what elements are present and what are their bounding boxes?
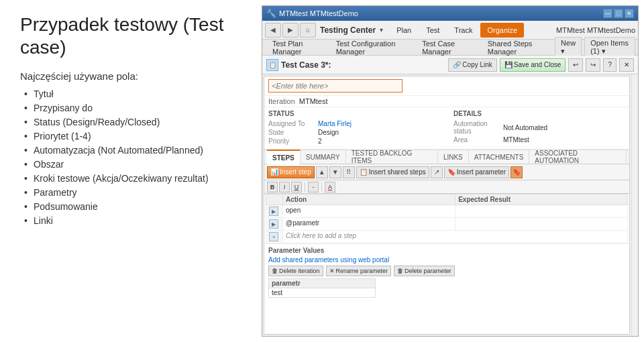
title-bar: 🔧 MTMtest MTMtestDemo — □ ✕ <box>262 6 638 21</box>
param-col-header: parametr <box>269 279 376 288</box>
insert-shared-steps-button[interactable]: 📋 Insert shared steps <box>356 166 429 178</box>
tab-shared-steps-manager[interactable]: Shared Steps Manager <box>480 41 554 54</box>
tab-steps[interactable]: STEPS <box>267 150 301 164</box>
italic-button[interactable]: I <box>279 182 290 192</box>
details-col: DETAILS Automation status Not Automated … <box>453 110 625 146</box>
add-step-row[interactable]: + Click here to add a step <box>266 231 628 243</box>
params-link[interactable]: Add shared parameters using web portal <box>268 256 625 264</box>
param-value[interactable]: test <box>269 288 376 298</box>
nav-tabs: Plan Test Track Organize <box>390 23 524 38</box>
delete-parameter-button[interactable]: 🗑 Delete parameter <box>394 266 455 276</box>
bold-button[interactable]: B <box>267 182 278 192</box>
window-close-button[interactable]: ✕ <box>625 9 634 18</box>
insert-shared-icon: 📋 <box>360 168 368 176</box>
insert-param-icon: 🔖 <box>447 168 455 176</box>
priority-row: Priority 2 <box>268 137 440 145</box>
insert-shared-label: Insert shared steps <box>369 168 426 176</box>
step-expected-1[interactable] <box>455 205 628 218</box>
drag-icon: ⠿ <box>343 166 355 178</box>
font-color-button[interactable]: A <box>325 182 335 192</box>
title-bar-controls: — □ ✕ <box>603 9 634 18</box>
redo-button[interactable]: ↪ <box>586 58 600 72</box>
home-button[interactable]: ⌂ <box>300 23 316 38</box>
underline-button[interactable]: U <box>291 182 302 192</box>
tab-track[interactable]: Track <box>447 23 479 38</box>
status-col: STATUS Assigned To Marta Firlej State De… <box>268 110 440 146</box>
steps-table-container: Action Expected Result ▶ open <box>264 194 629 243</box>
param-row: test <box>269 288 376 298</box>
tab-test-case-manager[interactable]: Test Case Manager <box>415 41 480 54</box>
automation-status-label: Automation status <box>453 120 500 135</box>
home-icon: ⌂ <box>306 26 310 34</box>
undo-button[interactable]: ↩ <box>568 58 583 72</box>
copy-link-button[interactable]: 🔗 Copy Link <box>448 58 496 72</box>
priority-value: 2 <box>318 137 322 145</box>
move-down-button[interactable]: ▼ <box>329 166 341 178</box>
insert-step-icon: 📊 <box>270 168 278 176</box>
rename-parameter-button[interactable]: ✕ Rename parameter <box>326 266 392 276</box>
step-icon-1: ▶ <box>269 207 278 216</box>
tab-test-plan-manager[interactable]: Test Plan Manager <box>265 41 328 54</box>
tab-attachments[interactable]: ATTACHMENTS <box>469 150 530 164</box>
mtm-window: 🔧 MTMtest MTMtestDemo — □ ✕ ◀ ▶ ⌂ Testin… <box>262 5 639 337</box>
delete-param-icon: 🗑 <box>397 268 403 274</box>
features-list: TytułPrzypisany doStatus (Design/Ready/C… <box>20 89 241 226</box>
font-size-button[interactable]: - <box>308 182 319 192</box>
form-close-button[interactable]: ✕ <box>619 58 634 72</box>
step-expected-2[interactable] <box>455 218 628 231</box>
delete-param-label: Delete parameter <box>405 268 451 274</box>
step-num-1: ▶ <box>266 205 283 218</box>
insert-step-button[interactable]: 📊 Insert step <box>267 166 315 178</box>
step-action-2[interactable]: @parametr <box>283 218 455 231</box>
back-icon: ◀ <box>270 26 276 34</box>
format-separator-1 <box>305 182 305 192</box>
area-value: MTMtest <box>503 136 529 144</box>
new-button[interactable]: New ▾ <box>555 37 582 58</box>
shared-icon-btn: ↗ <box>431 166 443 178</box>
add-step-label[interactable]: Click here to add a step <box>283 231 628 243</box>
assigned-to-label: Assigned To <box>268 120 315 127</box>
delete-iteration-icon: 🗑 <box>272 268 278 274</box>
main-area: Iteration MTMtest STATUS Assigned To Mar… <box>262 74 638 336</box>
list-item: Linki <box>24 215 241 226</box>
scrollbar[interactable] <box>631 74 638 336</box>
step-num-2: ▶ <box>266 218 283 231</box>
minimize-button[interactable]: — <box>603 9 612 18</box>
table-row: ▶ open <box>266 205 628 218</box>
format-separator-2 <box>321 182 322 192</box>
tab-test[interactable]: Test <box>419 23 446 38</box>
steps-tabs-bar: STEPS SUMMARY TESTED BACKLOG ITEMS LINKS… <box>264 150 629 164</box>
assigned-to-value: Marta Firlej <box>318 120 352 127</box>
tab-associated-automation[interactable]: ASSOCIATED AUTOMATION <box>529 150 627 164</box>
tab-plan[interactable]: Plan <box>390 23 418 38</box>
title-input[interactable] <box>268 79 402 93</box>
delete-iteration-label: Delete iteration <box>279 268 320 274</box>
insert-param-button[interactable]: 🔖 Insert parameter <box>444 166 509 178</box>
left-panel: Przypadek testowy (Test case) Najczęście… <box>0 0 262 342</box>
list-item: Automatyzacja (Not Automated/Planned) <box>24 145 241 156</box>
iteration-value: MTMtest <box>299 97 328 105</box>
tab-organize[interactable]: Organize <box>480 23 524 38</box>
state-row: State Design <box>268 129 440 136</box>
maximize-button[interactable]: □ <box>614 9 623 18</box>
step-action-1[interactable]: open <box>283 205 455 218</box>
nav-right: MTMtest MTMtestDemo <box>556 26 635 34</box>
status-details-row: STATUS Assigned To Marta Firlej State De… <box>264 107 629 150</box>
tab-test-config-manager[interactable]: Test Configuration Manager <box>329 41 415 54</box>
save-close-button[interactable]: 💾 Save and Close <box>500 58 566 72</box>
dropdown-icon: ▾ <box>380 26 383 34</box>
delete-iteration-button[interactable]: 🗑 Delete iteration <box>268 266 323 276</box>
tab-summary[interactable]: SUMMARY <box>301 150 346 164</box>
rename-param-label: Rename parameter <box>336 268 388 274</box>
steps-table: Action Expected Result ▶ open <box>266 194 628 243</box>
help-button[interactable]: ? <box>603 58 616 72</box>
back-button[interactable]: ◀ <box>265 23 281 38</box>
state-value: Design <box>318 129 339 136</box>
list-item: Przypisany do <box>24 103 241 113</box>
open-items-button[interactable]: Open Items (1) ▾ <box>584 37 635 58</box>
forward-button[interactable]: ▶ <box>282 23 299 38</box>
tab-tested-backlog[interactable]: TESTED BACKLOG ITEMS <box>346 150 438 164</box>
move-up-button[interactable]: ▲ <box>316 166 328 178</box>
iteration-row: Iteration MTMtest <box>264 96 629 107</box>
tab-links[interactable]: LINKS <box>438 150 469 164</box>
